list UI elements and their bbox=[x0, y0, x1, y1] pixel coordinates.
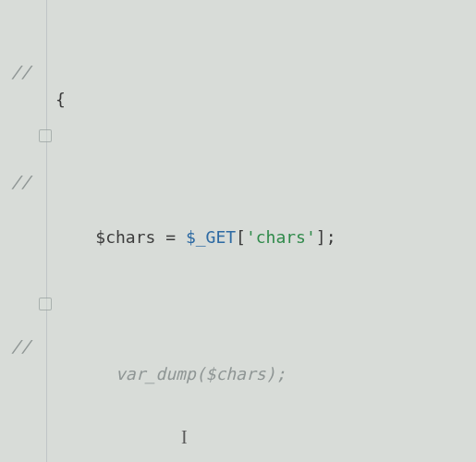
gutter-comment-marker: // bbox=[0, 333, 50, 360]
gutter-line bbox=[0, 140, 50, 168]
punct: [ bbox=[236, 227, 246, 247]
gutter-line bbox=[0, 415, 50, 443]
code-line: $chars = $_GET['chars']; bbox=[55, 224, 476, 251]
gutter-line bbox=[0, 4, 50, 31]
code-line-commented: var_dump($chars); bbox=[55, 360, 476, 388]
code-area[interactable]: { $chars = $_GET['chars']; var_dump($cha… bbox=[55, 4, 476, 462]
gutter-comment-marker: // bbox=[0, 168, 50, 196]
gutter-line bbox=[0, 196, 50, 224]
gutter-line bbox=[0, 278, 50, 306]
superglobal: $_GET bbox=[186, 227, 236, 247]
variable: $chars bbox=[95, 227, 155, 247]
gutter-line bbox=[0, 388, 50, 416]
punct: ; bbox=[326, 227, 336, 247]
string: 'chars' bbox=[246, 227, 316, 247]
text-cursor-icon: I bbox=[181, 422, 188, 453]
code-editor[interactable]: // // // { $chars = $_GET['chars']; var_… bbox=[0, 0, 476, 462]
gutter-line bbox=[0, 250, 50, 278]
gutter-line bbox=[0, 114, 50, 141]
gutter-line bbox=[0, 306, 50, 334]
gutter-line bbox=[0, 224, 50, 251]
commented-call: var_dump($chars); bbox=[116, 364, 286, 383]
editor-gutter: // // // bbox=[0, 0, 50, 462]
punct: ] bbox=[316, 227, 326, 247]
gutter-line bbox=[0, 86, 50, 114]
gutter-line bbox=[0, 31, 50, 59]
gutter-line bbox=[0, 360, 50, 388]
brace: { bbox=[55, 90, 66, 109]
operator: = bbox=[155, 227, 186, 247]
gutter-comment-marker: // bbox=[0, 58, 50, 86]
code-line: { bbox=[55, 86, 476, 114]
